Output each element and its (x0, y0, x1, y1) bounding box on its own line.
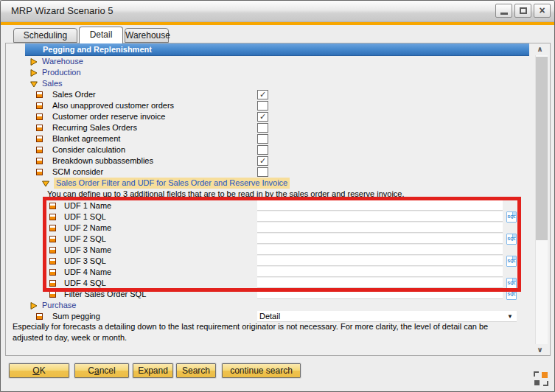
udf-section-note: You can define up to 3 additional fields… (47, 189, 405, 200)
filter-sales-order-sql-input[interactable] (257, 289, 503, 299)
sql-icon-label: SQL (508, 213, 516, 222)
udf-row-2-name: UDF 2 Name (25, 223, 529, 234)
sql-editor-icon[interactable]: SQL (506, 278, 517, 289)
udf-2-sql-input[interactable] (257, 234, 503, 244)
sql-editor-icon[interactable]: SQL (506, 211, 517, 223)
tree-item-sales[interactable]: Sales (25, 78, 529, 89)
udf-4-name-input[interactable] (257, 267, 503, 277)
expanded-triangle-icon[interactable] (30, 80, 38, 88)
udf-section-header-row[interactable]: Sales Order Filter and UDF for Sales Ord… (25, 178, 529, 189)
udf-row-1-sql: UDF 1 SQL SQL (25, 211, 529, 223)
checkbox-unapproved-orders[interactable] (257, 101, 268, 111)
option-label: Sales Order (52, 89, 96, 100)
field-bullet-icon (36, 91, 43, 98)
udf-row-4-name: UDF 4 Name (25, 267, 529, 278)
option-label: Breakdown subbassemblies (52, 155, 153, 167)
udf-label: UDF 1 Name (64, 200, 111, 211)
udf-row-3-name: UDF 3 Name (25, 245, 529, 256)
scroll-down-button[interactable]: ∨ (532, 344, 548, 356)
ok-button[interactable]: OK (9, 363, 69, 378)
sql-editor-icon[interactable]: SQL (506, 234, 517, 245)
collapsed-triangle-icon[interactable] (30, 302, 38, 309)
checkbox-reserve-invoice[interactable]: ✓ (257, 112, 268, 122)
checkbox-consider-calculation[interactable] (257, 145, 268, 155)
resize-grip-icon[interactable] (534, 371, 548, 386)
expanded-triangle-icon[interactable] (42, 180, 49, 187)
cancel-rest: ncel (100, 365, 116, 376)
maximize-button[interactable] (514, 4, 531, 18)
continue-search-button[interactable]: continue search (222, 363, 301, 378)
field-bullet-icon (49, 225, 56, 231)
tree-item-label: Production (42, 67, 81, 78)
sum-pegging-dropdown[interactable]: Detail ▼ (257, 311, 517, 322)
sql-editor-icon[interactable]: SQL (506, 289, 517, 300)
tree-item-label: Purchase (42, 300, 76, 311)
udf-row-2-sql: UDF 2 SQL SQL (25, 234, 529, 245)
field-bullet-icon (36, 158, 43, 164)
expand-button[interactable]: Expand (133, 363, 173, 378)
udf-3-sql-input[interactable] (257, 256, 503, 266)
option-row-reserve-invoice: Customer order reserve invoice ✓ (25, 111, 529, 122)
field-bullet-icon (36, 169, 43, 175)
field-bullet-icon (49, 258, 56, 265)
scrollbar-thumb[interactable] (536, 57, 548, 240)
tree-item-production[interactable]: Production (25, 67, 529, 78)
udf-section-header-label: Sales Order Filter and UDF for Sales Ord… (54, 178, 290, 189)
minimize-button[interactable] (495, 4, 512, 18)
tree-item-warehouse[interactable]: Warehouse (25, 56, 529, 67)
udf-3-name-input[interactable] (257, 245, 503, 255)
checkbox-breakdown-subassemblies[interactable]: ✓ (257, 156, 268, 166)
close-button[interactable]: × (534, 4, 551, 18)
option-row-unapproved-orders: Also unapproved customer orders (25, 100, 529, 111)
cancel-accel: a (94, 365, 100, 376)
checkbox-sales-order[interactable]: ✓ (257, 90, 268, 99)
tab-warehouse[interactable]: Warehouse (125, 28, 169, 43)
checkbox-blanket-agreement[interactable] (257, 134, 268, 144)
tab-scheduling[interactable]: Scheduling (13, 28, 77, 43)
field-bullet-icon (36, 125, 43, 131)
tree-item-label: Sales (42, 78, 63, 89)
option-row-scm-consider: SCM consider (25, 167, 529, 178)
check-icon: ✓ (258, 91, 268, 99)
option-label: Blanket agreement (52, 133, 120, 144)
close-icon: × (539, 5, 545, 16)
sql-icon-label: SQL (508, 235, 516, 244)
udf-label: UDF 4 Name (64, 267, 111, 278)
udf-row-3-sql: UDF 3 SQL SQL (25, 256, 529, 267)
cancel-pre: C (88, 365, 94, 376)
udf-4-sql-input[interactable] (257, 278, 503, 288)
collapsed-triangle-icon[interactable] (30, 69, 38, 77)
search-button[interactable]: Search (176, 363, 216, 378)
field-bullet-icon (36, 313, 43, 320)
udf-label: UDF 3 Name (64, 245, 111, 256)
sum-pegging-label: Sum pegging (52, 311, 100, 322)
field-bullet-icon (49, 269, 56, 276)
maximize-icon (520, 7, 527, 14)
checkbox-recurring-orders[interactable] (257, 123, 268, 133)
section-header: Pegging and Replenishment (25, 43, 529, 56)
field-bullet-icon (49, 247, 56, 253)
option-label: Recurring Sales Orders (52, 122, 137, 133)
titlebar: MRP Wizard Scenario 5 × (1, 1, 554, 22)
udf-label: UDF 1 SQL (64, 211, 106, 223)
option-label: Consider calculation (52, 144, 125, 155)
option-row-consider-calculation: Consider calculation (25, 144, 529, 155)
udf-1-name-input[interactable] (257, 200, 503, 211)
scroll-up-button[interactable]: ∧ (532, 43, 548, 55)
udf-2-name-input[interactable] (257, 223, 503, 233)
tab-detail[interactable]: Detail (79, 27, 123, 43)
option-label: Also unapproved customer orders (52, 100, 174, 111)
sql-icon-label: SQL (508, 290, 516, 299)
field-bullet-icon (36, 102, 43, 109)
udf-section-note-row: You can define up to 3 additional fields… (25, 189, 529, 200)
field-bullet-icon (49, 280, 56, 287)
filter-sales-order-sql-label: Filter Sales Order SQL (64, 289, 146, 300)
sql-editor-icon[interactable]: SQL (506, 256, 517, 267)
udf-1-sql-input[interactable] (257, 211, 503, 222)
field-bullet-icon (49, 236, 56, 242)
cancel-button[interactable]: Cancel (74, 363, 129, 378)
collapsed-triangle-icon[interactable] (30, 58, 38, 66)
checkbox-scm-consider[interactable] (257, 167, 268, 177)
tree-item-purchase[interactable]: Purchase (25, 300, 529, 311)
window-controls: × (495, 4, 551, 18)
